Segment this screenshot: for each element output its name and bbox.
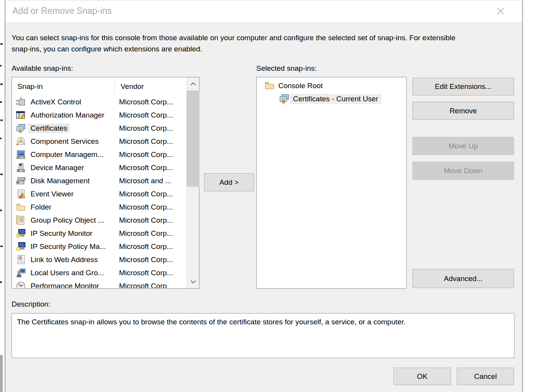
selected-snapins-tree: Console Root Certificates - Current User: [256, 77, 407, 289]
ip-security-monitor-icon: [16, 228, 26, 239]
intro-text: You can select snap-ins for this console…: [12, 32, 511, 55]
snap-in-vendor: Microsoft Corp...: [119, 150, 173, 159]
titlebar: Add or Remove Snap-ins: [5, 0, 523, 22]
snap-in-row[interactable]: Computer Managem...Microsoft Corp...: [12, 148, 186, 162]
available-rows: ActiveX ControlMicrosoft Corp...Authoriz…: [12, 96, 186, 288]
screen: Add or Remove Snap-ins You can select sn…: [0, 0, 538, 392]
tree-item-certificates-current-user[interactable]: Certificates - Current User: [257, 92, 406, 106]
certificates-icon: [16, 123, 26, 133]
snap-in-row[interactable]: Component ServicesMicrosoft Corp...: [12, 135, 186, 148]
available-snapins-label: Available snap-ins:: [12, 64, 73, 73]
snap-in-name: Component Services: [28, 137, 101, 146]
tree-item-label: Console Root: [275, 81, 326, 91]
snap-in-row[interactable]: Event ViewerMicrosoft Corp...: [12, 188, 186, 201]
snap-in-vendor: Microsoft Corp...: [119, 124, 173, 133]
snap-in-vendor: Microsoft Corp...: [119, 98, 173, 106]
snap-in-name: Group Policy Object ...: [28, 216, 106, 225]
background-scrollbar: [0, 355, 3, 392]
column-divider: [114, 80, 115, 94]
edit-extensions-button[interactable]: Edit Extensions...: [412, 78, 514, 95]
snap-in-vendor: Microsoft Corp...: [119, 203, 173, 211]
event-viewer-icon: [16, 189, 26, 199]
column-header-vendor[interactable]: Vendor: [121, 82, 144, 91]
advanced-button[interactable]: Advanced...: [412, 269, 514, 288]
snap-in-row[interactable]: Disk ManagementMicrosoft and ...: [12, 175, 186, 188]
disk-management-icon: [16, 176, 26, 186]
authorization-manager-icon: [16, 110, 26, 120]
snap-in-vendor: Microsoft Corp: [119, 282, 167, 288]
available-snapins-list: Snap-in Vendor ActiveX ControlMicrosoft …: [12, 77, 199, 289]
snap-in-name: Certificates: [28, 124, 70, 133]
scroll-up-icon[interactable]: [187, 77, 199, 90]
snap-in-row[interactable]: IP Security Policy Ma...Microsoft Corp..…: [12, 240, 186, 254]
snap-in-vendor: Microsoft Corp...: [119, 190, 173, 198]
move-down-button: Move Down: [412, 162, 514, 180]
snap-in-name: Link to Web Address: [28, 255, 100, 264]
snap-in-row[interactable]: Device ManagerMicrosoft Corp...: [12, 162, 186, 175]
snap-in-vendor: Microsoft Corp...: [119, 216, 173, 225]
scrollbar-thumb[interactable]: [187, 90, 199, 187]
snap-in-name: Computer Managem...: [28, 150, 106, 159]
performance-monitor-icon: [16, 281, 26, 288]
list-header: Snap-in Vendor: [12, 77, 186, 96]
move-up-button: Move Up: [412, 137, 514, 155]
remove-button[interactable]: Remove: [412, 102, 514, 120]
column-header-snapin[interactable]: Snap-in: [17, 82, 43, 91]
snap-in-name: Folder: [28, 203, 54, 212]
snap-in-name: Local Users and Gro...: [28, 268, 106, 278]
add-button[interactable]: Add >: [204, 173, 254, 191]
snap-in-row[interactable]: Group Policy Object ...Microsoft Corp...: [12, 214, 186, 227]
snap-in-name: Disk Management: [28, 176, 92, 186]
snap-in-row[interactable]: FolderMicrosoft Corp...: [12, 201, 186, 214]
snap-in-vendor: Microsoft Corp...: [119, 242, 173, 251]
certificates-icon: [279, 94, 289, 104]
snap-in-vendor: Microsoft and ...: [119, 177, 171, 185]
snap-in-vendor: Microsoft Corp...: [119, 256, 173, 264]
snap-in-row[interactable]: CertificatesMicrosoft Corp...: [12, 122, 186, 135]
snap-in-name: IP Security Policy Ma...: [28, 242, 108, 251]
snap-in-vendor: Microsoft Corp...: [119, 229, 173, 238]
device-manager-icon: [16, 163, 26, 173]
snap-in-vendor: Microsoft Corp...: [119, 164, 173, 172]
snap-in-vendor: Microsoft Corp...: [119, 137, 173, 146]
folder-icon: [16, 202, 26, 212]
component-services-icon: [16, 136, 26, 147]
snap-in-row[interactable]: ActiveX ControlMicrosoft Corp...: [12, 96, 186, 109]
snap-in-row[interactable]: Link to Web AddressMicrosoft Corp...: [12, 254, 186, 267]
dialog-title: Add or Remove Snap-ins: [12, 6, 112, 16]
ip-security-policy-icon: [16, 242, 26, 252]
cancel-button[interactable]: Cancel: [457, 368, 514, 385]
folder-icon: [264, 80, 275, 91]
list-scrollbar[interactable]: [186, 77, 199, 288]
description-label: Description:: [12, 300, 50, 308]
snap-in-name: ActiveX Control: [28, 97, 83, 107]
snap-in-vendor: Microsoft Corp...: [119, 269, 173, 277]
selected-snapins-label: Selected snap-ins:: [256, 64, 317, 73]
close-icon[interactable]: [494, 4, 507, 18]
ok-button[interactable]: OK: [393, 368, 451, 385]
snap-in-name: Event Viewer: [28, 189, 76, 199]
description-box: The Certificates snap-in allows you to b…: [12, 313, 514, 358]
tree-item-console-root[interactable]: Console Root: [257, 79, 406, 92]
snap-in-row[interactable]: Performance MonitorMicrosoft Corp: [12, 280, 186, 288]
description-text: The Certificates snap-in allows you to b…: [17, 318, 508, 326]
snap-in-name: Performance Monitor: [28, 281, 101, 288]
activex-control-icon: [16, 97, 26, 107]
snap-in-name: Device Manager: [28, 163, 86, 172]
snap-in-row[interactable]: Local Users and Gro...Microsoft Corp...: [12, 267, 186, 280]
scroll-down-icon[interactable]: [187, 275, 199, 288]
snap-in-vendor: Microsoft Corp...: [119, 111, 173, 119]
local-users-groups-icon: [16, 268, 26, 278]
link-to-web-address-icon: [16, 255, 26, 265]
tree-item-label: Certificates - Current User: [290, 94, 381, 104]
snap-in-name: Authorization Manager: [28, 111, 107, 120]
computer-management-icon: [16, 150, 26, 160]
snap-in-row[interactable]: IP Security MonitorMicrosoft Corp...: [12, 227, 186, 240]
snap-in-name: IP Security Monitor: [28, 229, 95, 238]
group-policy-object-icon: [16, 215, 26, 225]
snap-in-row[interactable]: Authorization ManagerMicrosoft Corp...: [12, 109, 186, 122]
